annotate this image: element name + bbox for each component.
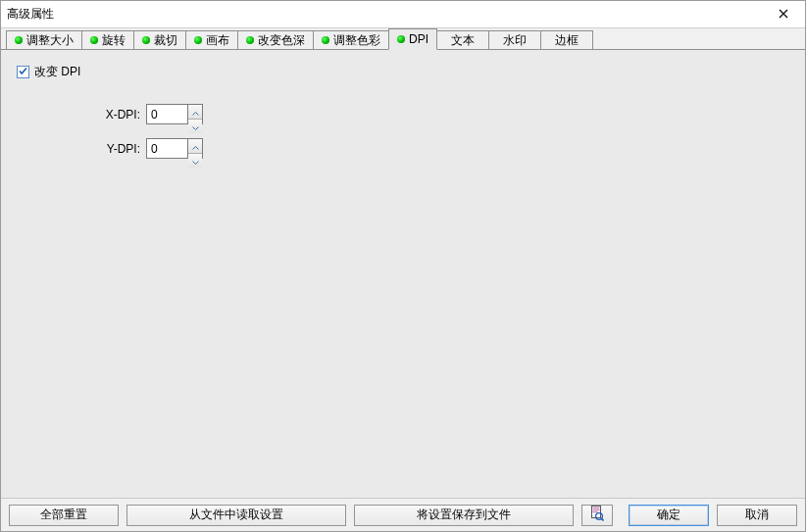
chevron-up-icon [192, 105, 199, 119]
y-dpi-spin-up[interactable] [188, 139, 202, 154]
preview-button[interactable] [581, 505, 613, 526]
y-dpi-row: Y-DPI: [97, 138, 793, 159]
change-dpi-label: 改变 DPI [34, 64, 80, 80]
tab-crop[interactable]: 裁切 [133, 30, 186, 50]
tab-text[interactable]: 文本 [436, 30, 489, 50]
chevron-down-icon [192, 154, 199, 168]
change-dpi-checkbox[interactable] [17, 66, 29, 78]
svg-line-2 [601, 518, 603, 520]
tab-label: 调整色彩 [333, 32, 380, 49]
checkmark-icon [18, 66, 28, 79]
tab-color-depth[interactable]: 改变色深 [237, 30, 314, 50]
x-dpi-input[interactable] [146, 104, 187, 124]
x-dpi-spinner [146, 104, 203, 124]
load-settings-button[interactable]: 从文件中读取设置 [126, 505, 346, 526]
tab-label: 画布 [206, 32, 229, 49]
x-dpi-spin-up[interactable] [188, 105, 202, 120]
tab-label: 文本 [451, 32, 475, 49]
tab-label: 旋转 [102, 32, 126, 49]
y-dpi-label: Y-DPI: [97, 142, 146, 156]
chevron-down-icon [192, 120, 199, 133]
y-dpi-input[interactable] [146, 138, 187, 159]
chevron-up-icon [192, 139, 199, 153]
tab-dpi[interactable]: DPI [388, 28, 437, 50]
dpi-fields: X-DPI: Y-DPI: [97, 104, 793, 159]
tab-label: 调整大小 [26, 32, 74, 49]
y-dpi-spin-buttons [187, 138, 203, 159]
tab-adjust-color[interactable]: 调整色彩 [313, 30, 389, 50]
status-dot-icon [397, 35, 405, 43]
dpi-panel: 改变 DPI X-DPI: Y-D [1, 50, 805, 498]
x-dpi-row: X-DPI: [97, 104, 793, 124]
ok-button[interactable]: 确定 [629, 505, 709, 526]
change-dpi-row: 改变 DPI [17, 64, 793, 80]
tab-resize[interactable]: 调整大小 [6, 30, 82, 50]
tab-border[interactable]: 边框 [540, 30, 593, 50]
tab-label: 改变色深 [258, 32, 305, 49]
status-dot-icon [194, 36, 202, 44]
tab-strip: 调整大小 旋转 裁切 画布 改变色深 调整色彩 DPI 文本 [1, 28, 805, 50]
dialog-button-bar: 全部重置 从文件中读取设置 将设置保存到文件 确定 取消 [1, 498, 805, 531]
title-bar: 高级属性 [1, 1, 805, 28]
x-dpi-spin-buttons [187, 104, 203, 124]
y-dpi-spin-down[interactable] [188, 154, 202, 168]
close-icon [779, 8, 788, 22]
save-settings-button[interactable]: 将设置保存到文件 [354, 505, 574, 526]
y-dpi-spinner [146, 138, 203, 159]
dialog-title: 高级属性 [1, 6, 54, 23]
tab-label: 裁切 [154, 32, 177, 49]
x-dpi-spin-down[interactable] [188, 120, 202, 133]
preview-icon [590, 506, 604, 524]
tab-canvas[interactable]: 画布 [185, 30, 238, 50]
reset-all-button[interactable]: 全部重置 [9, 505, 119, 526]
advanced-properties-dialog: 高级属性 调整大小 旋转 裁切 画布 改变色深 [0, 0, 806, 532]
status-dot-icon [90, 36, 98, 44]
tab-rotate[interactable]: 旋转 [81, 30, 134, 50]
tab-label: DPI [409, 32, 428, 46]
tab-watermark[interactable]: 水印 [488, 30, 541, 50]
status-dot-icon [142, 36, 150, 44]
status-dot-icon [15, 36, 23, 44]
status-dot-icon [322, 36, 329, 44]
tab-label: 边框 [555, 32, 579, 49]
tab-label: 水印 [503, 32, 527, 49]
cancel-button[interactable]: 取消 [717, 505, 797, 526]
x-dpi-label: X-DPI: [97, 108, 146, 121]
status-dot-icon [246, 36, 254, 44]
close-button[interactable] [761, 1, 805, 28]
